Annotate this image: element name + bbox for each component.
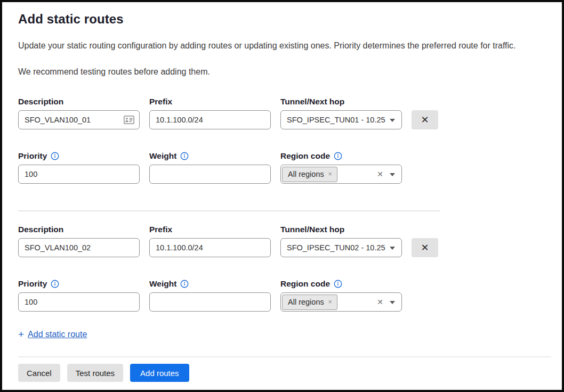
tunnel-label: Tunnel/Next hop [280, 96, 402, 107]
dropdown-caret-icon [390, 247, 395, 250]
clear-icon[interactable]: ✕ [377, 170, 383, 178]
weight-input[interactable] [149, 165, 271, 184]
field-region-1: Region code All region [280, 151, 402, 184]
remove-cell-2: ✕ [412, 224, 438, 257]
info-icon[interactable] [334, 280, 342, 288]
dropdown-caret-icon [390, 119, 395, 122]
add-static-route-link[interactable]: Add static route [28, 330, 87, 339]
priority-input[interactable] [18, 165, 140, 184]
description-input[interactable] [18, 110, 140, 129]
priority-label: Priority [18, 151, 47, 161]
route-group-2: Description Prefix Tunnel/Next hop [18, 224, 547, 312]
weight-label: Weight [149, 151, 176, 161]
weight-input[interactable] [149, 292, 271, 312]
weight-label: Weight [149, 279, 176, 289]
intro-text: Update your static routing configuration… [18, 41, 547, 51]
add-static-routes-dialog: Add static routes Update your static rou… [0, 0, 564, 392]
tunnel-select[interactable]: SFO_IPSEC_TUN01 - 10.25... [280, 110, 402, 129]
add-static-route-row: + Add static route [18, 329, 547, 339]
plus-icon: + [18, 329, 24, 339]
region-chip-label: All regions [288, 170, 324, 178]
close-icon: ✕ [421, 115, 429, 125]
info-icon[interactable] [51, 280, 59, 288]
prefix-label: Prefix [149, 224, 271, 234]
contact-card-icon [124, 116, 134, 124]
info-icon[interactable] [180, 280, 189, 288]
route-group-1: Description [18, 96, 547, 184]
field-weight-2: Weight [149, 279, 271, 312]
remove-route-button[interactable]: ✕ [412, 110, 438, 129]
tunnel-label: Tunnel/Next hop [280, 224, 402, 234]
add-routes-button[interactable]: Add routes [130, 364, 189, 382]
footer-actions: Cancel Test routes Add routes [18, 357, 547, 382]
field-priority-2: Priority [18, 279, 140, 312]
test-routes-button[interactable]: Test routes [67, 364, 123, 382]
recommendation-text: We recommend testing routes before addin… [18, 67, 547, 77]
field-region-2: Region code All region [280, 279, 402, 312]
prefix-input[interactable] [149, 110, 271, 129]
small-close-icon[interactable]: × [328, 298, 332, 306]
remove-route-button[interactable]: ✕ [412, 238, 438, 257]
field-prefix-2: Prefix [149, 224, 271, 257]
tunnel-selected-value: SFO_IPSEC_TUN01 - 10.25... [287, 116, 385, 124]
description-input[interactable] [18, 238, 140, 257]
field-priority-1: Priority [18, 151, 140, 184]
remove-cell-1: ✕ [412, 96, 438, 129]
field-description-1: Description [18, 96, 140, 129]
description-label: Description [18, 96, 140, 107]
field-tunnel-1: Tunnel/Next hop SFO_IPSEC_TUN01 - 10.25.… [280, 96, 402, 129]
close-icon: ✕ [421, 243, 429, 252]
small-close-icon[interactable]: × [328, 170, 332, 178]
cancel-button[interactable]: Cancel [18, 364, 60, 382]
region-label: Region code [280, 151, 330, 161]
dropdown-caret-icon [390, 173, 395, 176]
clear-icon[interactable]: ✕ [377, 298, 383, 306]
route-divider [18, 210, 440, 211]
tunnel-select[interactable]: SFO_IPSEC_TUN02 - 10.25... [280, 238, 402, 257]
field-description-2: Description [18, 224, 140, 257]
priority-input[interactable] [18, 292, 140, 312]
prefix-input[interactable] [149, 238, 271, 257]
region-multiselect[interactable]: All regions × ✕ [280, 292, 402, 312]
priority-label: Priority [18, 279, 47, 289]
info-icon[interactable] [51, 152, 59, 160]
region-chip-label: All regions [288, 298, 324, 306]
prefix-label: Prefix [149, 96, 271, 107]
tunnel-selected-value: SFO_IPSEC_TUN02 - 10.25... [287, 243, 385, 252]
info-icon[interactable] [180, 152, 189, 160]
page-title: Add static routes [18, 12, 547, 27]
field-weight-1: Weight [149, 151, 271, 184]
region-label: Region code [280, 279, 330, 289]
static-routes-form: Description [18, 96, 547, 382]
field-tunnel-2: Tunnel/Next hop SFO_IPSEC_TUN02 - 10.25.… [280, 224, 402, 257]
field-prefix-1: Prefix [149, 96, 271, 129]
dropdown-caret-icon [390, 301, 395, 304]
region-chip: All regions × [282, 295, 337, 310]
description-label: Description [18, 224, 140, 234]
region-multiselect[interactable]: All regions × ✕ [280, 165, 402, 184]
region-chip: All regions × [282, 167, 337, 182]
info-icon[interactable] [334, 152, 342, 160]
